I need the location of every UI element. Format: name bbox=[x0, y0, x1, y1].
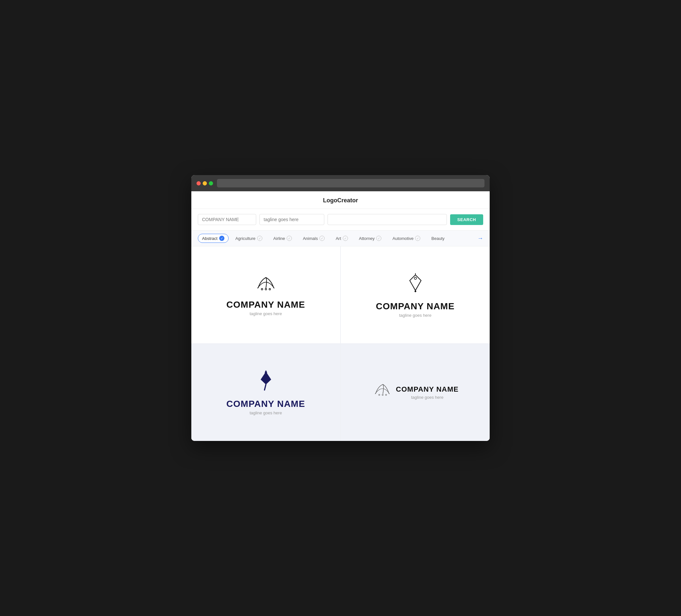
svg-line-6 bbox=[264, 385, 266, 390]
logo-card-2[interactable]: COMPANY NAME tagline goes here bbox=[340, 247, 490, 344]
attorney-check-icon: ✓ bbox=[376, 236, 381, 241]
automotive-check-icon: ✓ bbox=[415, 236, 420, 241]
company-name-input[interactable] bbox=[198, 214, 256, 225]
company-name-3: COMPANY NAME bbox=[226, 399, 305, 409]
filter-animals[interactable]: Animals ✓ bbox=[299, 234, 329, 243]
svg-point-5 bbox=[414, 290, 416, 292]
svg-point-7 bbox=[378, 394, 380, 395]
app-content: LogoCreator SEARCH Abstract ✓ Agricultur… bbox=[191, 191, 490, 441]
dot-yellow[interactable] bbox=[203, 181, 207, 185]
logo-text-group-4: COMPANY NAME tagline goes here bbox=[396, 385, 458, 400]
dot-green[interactable] bbox=[209, 181, 213, 185]
filter-attorney[interactable]: Attorney ✓ bbox=[355, 234, 385, 243]
airline-check-icon: ✓ bbox=[287, 236, 292, 241]
wiper-icon-1 bbox=[253, 274, 279, 294]
svg-point-3 bbox=[414, 277, 417, 280]
filter-airline[interactable]: Airline ✓ bbox=[269, 234, 296, 243]
filter-beauty-label: Beauty bbox=[431, 236, 444, 241]
logo-grid: COMPANY NAME tagline goes here bbox=[191, 247, 490, 441]
logo-card-3[interactable]: COMPANY NAME tagline goes here bbox=[191, 344, 340, 441]
abstract-check-icon: ✓ bbox=[219, 236, 224, 241]
art-check-icon: ✓ bbox=[343, 236, 348, 241]
filter-automotive[interactable]: Automotive ✓ bbox=[388, 234, 425, 243]
agriculture-check-icon: ✓ bbox=[257, 236, 262, 241]
svg-point-9 bbox=[385, 394, 386, 395]
hand-icon-3 bbox=[255, 369, 277, 393]
dot-red[interactable] bbox=[197, 181, 201, 185]
filter-abstract[interactable]: Abstract ✓ bbox=[198, 234, 229, 243]
svg-point-1 bbox=[265, 288, 267, 290]
colors-input[interactable] bbox=[328, 214, 447, 225]
filter-agriculture-label: Agriculture bbox=[235, 236, 255, 241]
pen-icon-2 bbox=[404, 272, 427, 296]
browser-dots bbox=[197, 181, 213, 185]
tagline-2: tagline goes here bbox=[399, 313, 432, 318]
svg-point-0 bbox=[261, 288, 263, 290]
search-button[interactable]: SEARCH bbox=[450, 214, 483, 225]
company-name-1: COMPANY NAME bbox=[226, 300, 305, 310]
filter-beauty[interactable]: Beauty bbox=[427, 234, 449, 243]
company-name-4: COMPANY NAME bbox=[396, 385, 458, 393]
filter-attorney-label: Attorney bbox=[359, 236, 375, 241]
animals-check-icon: ✓ bbox=[320, 236, 325, 241]
browser-toolbar bbox=[191, 175, 490, 191]
filter-airline-label: Airline bbox=[273, 236, 285, 241]
filter-art-label: Art bbox=[336, 236, 341, 241]
filter-automotive-label: Automotive bbox=[393, 236, 413, 241]
filter-more-button[interactable]: → bbox=[477, 235, 483, 242]
filter-agriculture[interactable]: Agriculture ✓ bbox=[231, 234, 267, 243]
svg-point-8 bbox=[382, 394, 383, 395]
logo-card-4[interactable]: COMPANY NAME tagline goes here bbox=[340, 344, 490, 441]
filter-animals-label: Animals bbox=[303, 236, 318, 241]
tagline-1: tagline goes here bbox=[250, 311, 282, 316]
company-name-2: COMPANY NAME bbox=[376, 301, 455, 312]
tagline-3: tagline goes here bbox=[250, 410, 282, 415]
tagline-input[interactable] bbox=[259, 214, 324, 225]
app-title: LogoCreator bbox=[323, 197, 358, 204]
svg-point-2 bbox=[269, 288, 271, 290]
browser-window: LogoCreator SEARCH Abstract ✓ Agricultur… bbox=[191, 175, 490, 441]
tagline-4: tagline goes here bbox=[396, 395, 458, 400]
app-header: LogoCreator bbox=[191, 191, 490, 209]
filter-art[interactable]: Art ✓ bbox=[331, 234, 352, 243]
filter-bar: Abstract ✓ Agriculture ✓ Airline ✓ Anima… bbox=[191, 231, 490, 247]
filter-abstract-label: Abstract bbox=[202, 236, 218, 241]
search-bar: SEARCH bbox=[191, 209, 490, 231]
logo-card-1[interactable]: COMPANY NAME tagline goes here bbox=[191, 247, 340, 344]
wiper-icon-4 bbox=[372, 381, 392, 399]
browser-url-bar[interactable] bbox=[217, 179, 484, 187]
